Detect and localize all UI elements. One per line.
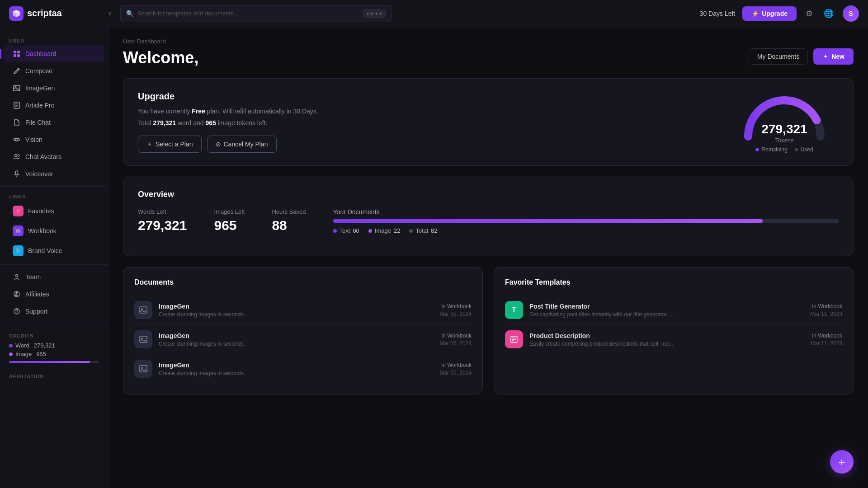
gauge-label: Tokens bbox=[775, 137, 793, 144]
sidebar-item-affiliates[interactable]: Affiliates bbox=[4, 286, 104, 302]
table-row[interactable]: ImageGen Create stunning images in secon… bbox=[134, 325, 472, 354]
template-desc: Get captivating post titles instantly wi… bbox=[529, 311, 804, 318]
page-title: Welcome, bbox=[123, 48, 198, 67]
docs-progress-fill bbox=[333, 219, 763, 223]
globe-icon-button[interactable]: 🌐 bbox=[822, 7, 835, 20]
sidebar-item-team[interactable]: Team bbox=[4, 269, 104, 285]
sidebar-item-label: Team bbox=[25, 273, 41, 281]
new-button-label: New bbox=[831, 53, 844, 60]
table-row[interactable]: ImageGen Create stunning images in secon… bbox=[134, 296, 472, 325]
image-label: Image bbox=[375, 227, 391, 234]
upgrade-card-title: Upgrade bbox=[138, 91, 712, 102]
words-left-value: 279,321 bbox=[138, 218, 187, 233]
sidebar-item-chat-avatars[interactable]: Chat Avatars bbox=[4, 149, 104, 165]
settings-icon-button[interactable]: ⚙ bbox=[804, 7, 815, 20]
sidebar-item-favorites[interactable]: F Favorites bbox=[4, 202, 104, 221]
user-avatar[interactable]: S bbox=[843, 5, 859, 22]
sidebar-item-voiceover[interactable]: Voiceover bbox=[4, 166, 104, 182]
sidebar-item-imagegen[interactable]: ImageGen bbox=[4, 80, 104, 96]
doc-desc: Create stunning images in seconds. bbox=[159, 370, 433, 376]
svg-rect-14 bbox=[16, 171, 18, 175]
new-button[interactable]: ＋ New bbox=[813, 48, 854, 65]
sidebar-item-article-pro[interactable]: Article Pro bbox=[4, 97, 104, 113]
sidebar-item-vision[interactable]: Vision bbox=[4, 131, 104, 148]
sidebar-item-dashboard[interactable]: Dashboard bbox=[4, 46, 104, 62]
doc-meta: in Workbook Mar 05, 2024 bbox=[439, 303, 472, 317]
upgrade-lightning-icon: ⚡ bbox=[751, 10, 759, 17]
user-section-label: USER bbox=[0, 34, 108, 45]
documents-title: Documents bbox=[134, 278, 472, 286]
sidebar-item-file-chat[interactable]: File Chat bbox=[4, 114, 104, 131]
sidebar-item-label: Compose bbox=[25, 67, 52, 75]
images-left-label: Images Left bbox=[214, 208, 245, 215]
gauge-container: 279,321 Tokens bbox=[739, 91, 830, 141]
sidebar-item-support[interactable]: Support bbox=[4, 303, 104, 319]
list-item[interactable]: Product Description Easily create compel… bbox=[505, 325, 842, 354]
days-left: 30 Days Left bbox=[700, 10, 736, 17]
compose-icon bbox=[13, 67, 21, 75]
gauge-remaining-legend: Remaining bbox=[755, 146, 787, 153]
text-legend-item: Text 60 bbox=[333, 227, 359, 234]
sidebar: USER Dashboard Compose ImageGen Article … bbox=[0, 27, 108, 488]
file-chat-icon bbox=[13, 118, 21, 127]
upgrade-card-tokens: Total 279,321 word and 965 image tokens … bbox=[138, 119, 712, 127]
templates-section: Favorite Templates T Post Title Generato… bbox=[494, 267, 854, 394]
table-row[interactable]: ImageGen Create stunning images in secon… bbox=[134, 354, 472, 383]
words-left-label: Words Left bbox=[138, 208, 187, 215]
text-count: 60 bbox=[353, 227, 359, 234]
image-credit-row: Image 965 bbox=[9, 351, 99, 357]
template-name: Product Description bbox=[529, 332, 804, 339]
affiliates-icon bbox=[13, 290, 21, 298]
token-gauge: 279,321 Tokens Remaining Used bbox=[730, 91, 839, 153]
templates-title: Favorite Templates bbox=[505, 278, 842, 286]
used-label: Used bbox=[801, 146, 813, 153]
sidebar-item-label: Favorites bbox=[28, 207, 54, 215]
template-info: Product Description Easily create compel… bbox=[529, 332, 804, 347]
my-documents-button[interactable]: My Documents bbox=[749, 48, 808, 65]
bottom-row: Documents ImageGen Create stunning image… bbox=[123, 267, 854, 394]
svg-point-22 bbox=[142, 309, 143, 310]
doc-date: Mar 05, 2024 bbox=[439, 311, 472, 317]
svg-point-16 bbox=[16, 275, 18, 277]
main-content: User Dashboard Welcome, My Documents ＋ N… bbox=[108, 27, 868, 488]
sidebar-item-label: Vision bbox=[25, 136, 42, 143]
voiceover-icon bbox=[13, 170, 21, 178]
list-item[interactable]: T Post Title Generator Get captivating p… bbox=[505, 296, 842, 325]
svg-point-26 bbox=[142, 367, 143, 369]
sidebar-item-label: Dashboard bbox=[25, 50, 57, 57]
svg-point-11 bbox=[16, 139, 18, 141]
text-label: Text bbox=[340, 227, 350, 234]
doc-info: ImageGen Create stunning images in secon… bbox=[159, 332, 433, 347]
support-icon bbox=[13, 307, 21, 315]
fab-button[interactable]: ＋ bbox=[830, 450, 854, 474]
header-actions: My Documents ＋ New bbox=[749, 48, 854, 65]
hours-saved-stat: Hours Saved 88 bbox=[272, 208, 306, 233]
svg-rect-1 bbox=[14, 51, 16, 53]
total-label: Total bbox=[415, 227, 428, 234]
doc-icon-wrap bbox=[134, 330, 152, 348]
upgrade-card-actions: ＋ Select a Plan ⊘ Cancel My Plan bbox=[138, 136, 712, 153]
svg-point-12 bbox=[15, 155, 17, 157]
upgrade-button[interactable]: ⚡ Upgrade bbox=[742, 6, 797, 21]
your-docs-label: Your Documents bbox=[333, 208, 839, 216]
sidebar-item-workbook[interactable]: W Workbook bbox=[4, 221, 104, 240]
gauge-legend: Remaining Used bbox=[755, 146, 813, 153]
template-icon-wrap bbox=[505, 330, 523, 348]
sidebar-item-brand-voice[interactable]: B Brand Voice bbox=[4, 241, 104, 260]
links-section-label: LINKS bbox=[0, 190, 108, 201]
sidebar-item-compose[interactable]: Compose bbox=[4, 63, 104, 79]
select-plan-button[interactable]: ＋ Select a Plan bbox=[138, 136, 202, 153]
doc-info: ImageGen Create stunning images in secon… bbox=[159, 303, 433, 318]
doc-icon-wrap bbox=[134, 301, 152, 319]
cancel-plan-button[interactable]: ⊘ Cancel My Plan bbox=[207, 136, 277, 153]
topbar: scriptaa ‹ 🔍 Search for templates and do… bbox=[0, 0, 868, 27]
docs-legend: Text 60 Image 22 Total 82 bbox=[333, 227, 839, 234]
sidebar-toggle-button[interactable]: ‹ bbox=[107, 7, 113, 20]
search-bar[interactable]: 🔍 Search for templates and documents... … bbox=[120, 5, 392, 22]
template-workspace: in Workbook bbox=[810, 303, 842, 310]
overview-section: Overview Words Left 279,321 Images Left … bbox=[123, 177, 854, 256]
overview-title: Overview bbox=[138, 190, 839, 199]
images-left-stat: Images Left 965 bbox=[214, 208, 245, 233]
affiliation-section-label: AFFILIATION bbox=[0, 370, 108, 381]
template-workspace: in Workbook bbox=[810, 333, 842, 339]
